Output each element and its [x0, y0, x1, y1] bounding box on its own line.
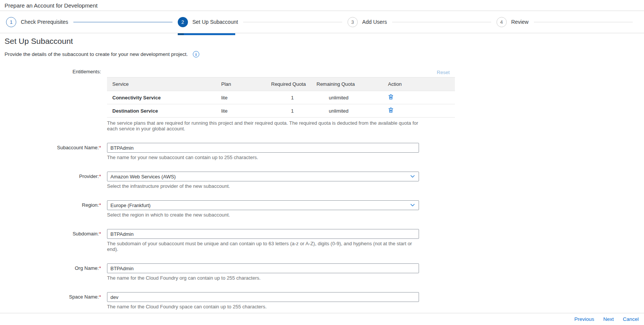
- region-row: Region:* Europe (Frankfurt) Select the r…: [5, 200, 639, 218]
- required-marker: *: [99, 294, 101, 300]
- page-title: Prepare an Account for Development: [5, 2, 98, 9]
- wizard-step-check-prerequisites[interactable]: 1 Check Prerequisites: [6, 17, 68, 27]
- plan-cell: lite: [217, 91, 270, 104]
- table-header-row: Service Plan Required Quota Remaining Qu…: [107, 77, 455, 91]
- field-label-subdomain: Subdomain:*: [5, 229, 107, 239]
- label-text: Region:: [82, 202, 99, 208]
- column-header-required-quota: Required Quota: [270, 77, 315, 91]
- entitlements-help-text: The service plans that are required for …: [107, 120, 422, 132]
- provider-select[interactable]: Amazon Web Services (AWS): [107, 172, 419, 181]
- step-label: Check Prerequisites: [21, 19, 68, 25]
- step-label: Review: [511, 19, 529, 25]
- selected-value: Amazon Web Services (AWS): [110, 174, 176, 180]
- column-header-plan: Plan: [217, 77, 270, 91]
- entitlements-label: Entitlements:: [5, 67, 107, 76]
- field-label-space-name: Space Name:*: [5, 292, 107, 302]
- required-marker: *: [99, 203, 101, 208]
- cancel-button[interactable]: Cancel: [623, 316, 639, 322]
- subaccount-name-input[interactable]: [107, 143, 419, 153]
- chevron-down-icon: [410, 175, 415, 178]
- provider-row: Provider:* Amazon Web Services (AWS) Sel…: [5, 172, 639, 189]
- step-content: Set Up Subaccount Provide the details of…: [0, 33, 644, 313]
- field-label-region: Region:*: [5, 200, 107, 210]
- step-connector: [73, 22, 172, 22]
- delete-entitlement-button[interactable]: [388, 94, 394, 100]
- wizard-footer: Previous Next Cancel: [0, 313, 644, 325]
- label-text: Subdomain:: [73, 231, 99, 237]
- entitlements-row: Entitlements: Reset Service Plan: [5, 67, 639, 132]
- field-label-subaccount-name: Subaccount Name:*: [5, 143, 107, 153]
- step-number-circle: 1: [6, 17, 16, 27]
- selected-value: Europe (Frankfurt): [110, 203, 151, 208]
- field-help-text: Select the infrastructure provider of th…: [107, 183, 419, 189]
- org-name-input[interactable]: [107, 263, 419, 273]
- section-description: Provide the details of the subaccount to…: [5, 51, 188, 57]
- wizard-page: Prepare an Account for Development 1 Che…: [0, 0, 644, 325]
- field-label-org-name: Org Name:*: [5, 263, 107, 273]
- subdomain-input[interactable]: [107, 229, 419, 239]
- field-help-text: The subdomain of your subaccount must be…: [107, 241, 419, 252]
- step-number-circle: 4: [497, 17, 507, 27]
- step-number-circle: 2: [178, 17, 188, 27]
- service-cell: Connectivity Service: [107, 91, 217, 104]
- step-connector: [534, 22, 633, 22]
- field-help-text: The name for the Cloud Foundry space can…: [107, 304, 419, 310]
- step-connector: [392, 22, 491, 22]
- wizard-step-set-up-subaccount[interactable]: 2 Set Up Subaccount: [178, 17, 238, 27]
- required-marker: *: [99, 174, 101, 179]
- region-select[interactable]: Europe (Frankfurt): [107, 200, 419, 210]
- required-marker: *: [99, 145, 101, 150]
- reset-link[interactable]: Reset: [437, 70, 450, 75]
- step-connector: [243, 22, 342, 22]
- label-text: Space Name:: [69, 294, 99, 300]
- field-help-text: The name for your new subaccount can con…: [107, 155, 419, 160]
- previous-button[interactable]: Previous: [574, 316, 594, 322]
- wizard-step-add-users[interactable]: 3 Add Users: [348, 17, 387, 27]
- space-name-row: Space Name:* The name for the Cloud Foun…: [5, 292, 639, 310]
- trash-icon: [388, 107, 394, 113]
- section-title: Set Up Subaccount: [5, 37, 639, 46]
- window-titlebar: Prepare an Account for Development: [0, 0, 644, 11]
- label-text: Subaccount Name:: [57, 145, 99, 150]
- chevron-down-icon: [410, 204, 415, 207]
- label-text: Provider:: [79, 173, 99, 179]
- step-number-circle: 3: [348, 17, 358, 27]
- step-label: Set Up Subaccount: [192, 19, 238, 25]
- space-name-input[interactable]: [107, 292, 419, 302]
- wizard-step-review[interactable]: 4 Review: [497, 17, 529, 27]
- step-label: Add Users: [362, 19, 387, 25]
- table-row: Destination Service lite 1 unlimited: [107, 104, 455, 118]
- table-row: Connectivity Service lite 1 unlimited: [107, 91, 455, 104]
- field-help-text: The name for the Cloud Foundry org can c…: [107, 275, 419, 281]
- delete-entitlement-button[interactable]: [388, 107, 394, 113]
- required-marker: *: [99, 266, 101, 271]
- next-button[interactable]: Next: [603, 316, 614, 322]
- remaining-quota-cell: unlimited: [315, 104, 362, 118]
- field-help-text: Select the region in which to create the…: [107, 212, 419, 218]
- column-header-remaining-quota: Remaining Quota: [315, 77, 362, 91]
- plan-cell: lite: [217, 104, 270, 118]
- info-icon[interactable]: i: [193, 51, 199, 57]
- field-label-provider: Provider:*: [5, 172, 107, 181]
- required-quota-cell: 1: [270, 104, 315, 118]
- column-header-action: Action: [362, 77, 455, 91]
- subdomain-row: Subdomain:* The subdomain of your subacc…: [5, 229, 639, 252]
- entitlements-table: Service Plan Required Quota Remaining Qu…: [107, 77, 455, 118]
- org-name-row: Org Name:* The name for the Cloud Foundr…: [5, 263, 639, 281]
- service-cell: Destination Service: [107, 104, 217, 118]
- wizard-step-bar: 1 Check Prerequisites 2 Set Up Subaccoun…: [0, 11, 644, 33]
- column-header-service: Service: [107, 77, 217, 91]
- required-marker: *: [99, 231, 101, 237]
- label-text: Org Name:: [75, 265, 99, 271]
- remaining-quota-cell: unlimited: [315, 91, 362, 104]
- trash-icon: [388, 94, 394, 100]
- subaccount-name-row: Subaccount Name:* The name for your new …: [5, 143, 639, 160]
- required-quota-cell: 1: [270, 91, 315, 104]
